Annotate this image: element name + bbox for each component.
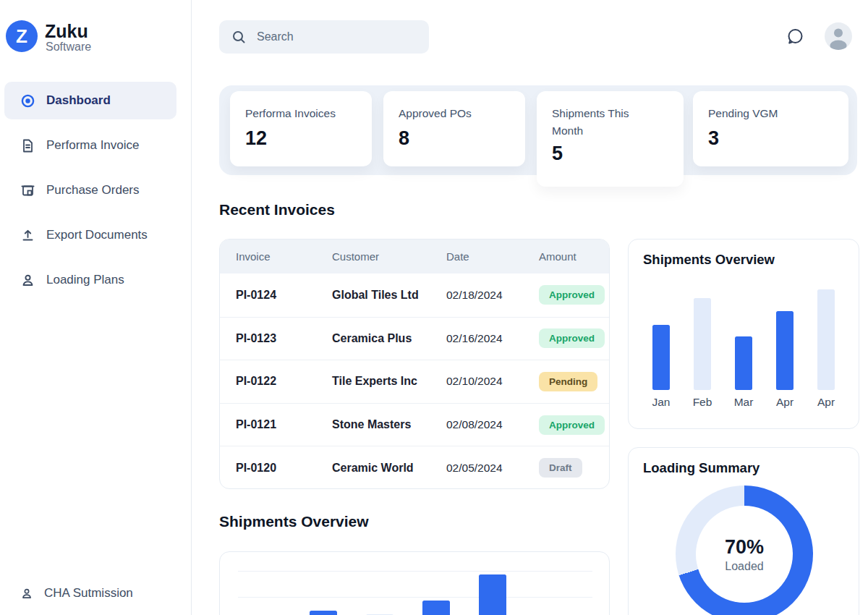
stat-value: 12 (245, 127, 372, 150)
recent-invoices-table: InvoiceCustomerDateAmount PI-0124 Global… (219, 239, 610, 489)
chat-bubble-icon (785, 27, 805, 47)
cell-amount: Approved (539, 328, 609, 348)
loading-summary-panel: Loading Summary 70% Loaded (628, 447, 859, 615)
brand-name: Zuku (45, 22, 88, 41)
shipments-overview-panel: Shipments Overview JanFebMarAprApr (628, 239, 859, 429)
sidebar-item-label: Export Documents (46, 228, 148, 242)
search-input-container[interactable] (219, 20, 429, 54)
cell-customer: Stone Masters (332, 418, 446, 431)
stat-label: Pending VGM (708, 105, 848, 122)
cell-date: 02/05/2024 (446, 462, 539, 475)
cell-amount: Pending (539, 372, 609, 391)
status-badge: Approved (539, 415, 605, 435)
sidebar-item-purchase-orders[interactable]: Purchase Orders (4, 171, 176, 209)
loading-summary-panel-title: Loading Summary (643, 460, 760, 476)
sidebar-item-label: Loading Plans (46, 273, 124, 287)
orders-icon (20, 183, 35, 198)
sidebar-item-label: Performa Invoice (46, 138, 140, 153)
bar-feb-1 (694, 298, 711, 390)
x-axis-label: Feb (684, 396, 721, 409)
cell-amount: Draft (539, 458, 609, 478)
cell-invoice: PI-0122 (236, 375, 332, 388)
donut-center: 70% Loaded (696, 506, 793, 603)
cell-customer: Ceramica Plus (332, 332, 446, 345)
sidebar-item-export-documents[interactable]: Export Documents (4, 216, 176, 254)
cell-date: 02/08/2024 (446, 418, 539, 431)
recent-invoices-title: Recent Invoices (219, 201, 335, 219)
cell-date: 02/16/2024 (446, 332, 539, 345)
cell-invoice: PI-0124 (236, 289, 332, 302)
brand-logo: Z (6, 20, 38, 52)
bar-jan-0 (310, 611, 337, 615)
bar-apr-3 (776, 311, 793, 390)
chart-gridline (238, 597, 592, 598)
table-row[interactable]: PI-0120 Ceramic World 02/05/2024 Draft (220, 446, 609, 489)
table-header-row: InvoiceCustomerDateAmount (220, 239, 609, 273)
upload-icon (20, 228, 35, 243)
shipments-section-title: Shipments Overview (219, 513, 369, 530)
stat-card-pending-vgm: Pending VGM 3 (693, 91, 848, 166)
stat-value: 8 (399, 127, 525, 150)
sidebar: Z Zuku Software Dashboard Performa Invoi… (0, 0, 192, 615)
shipments-overview-panel-title: Shipments Overview (643, 252, 775, 268)
table-row[interactable]: PI-0124 Global Tiles Ltd 02/18/2024 Appr… (220, 273, 609, 317)
cell-invoice: PI-0121 (236, 418, 332, 431)
status-badge: Pending (539, 372, 597, 391)
sidebar-item-cha-sutmission[interactable]: CHA Sutmission (4, 574, 176, 612)
status-badge: Draft (539, 458, 582, 478)
target-icon (20, 93, 35, 109)
stat-card-approved-pos: Approved POs 8 (383, 91, 525, 166)
bar-mar-2 (735, 336, 752, 390)
sidebar-item-label: Dashboard (46, 93, 111, 108)
brand-logo-letter: Z (16, 25, 27, 48)
cell-customer: Global Tiles Ltd (332, 289, 446, 302)
person-avatar-icon (825, 22, 852, 50)
sidebar-item-dashboard[interactable]: Dashboard (4, 82, 176, 119)
table-body: PI-0124 Global Tiles Ltd 02/18/2024 Appr… (220, 273, 609, 489)
status-badge: Approved (539, 328, 605, 348)
column-header-invoice: Invoice (236, 250, 332, 263)
column-header-customer: Customer (332, 250, 446, 263)
sidebar-item-loading-plans[interactable]: Loading Plans (4, 261, 176, 299)
bar-mar-2 (422, 601, 450, 615)
chart-gridline (238, 571, 592, 572)
status-badge: Approved (539, 285, 605, 305)
bar-apr-3 (479, 574, 506, 615)
notifications-chat-button[interactable] (785, 27, 805, 47)
shipments-overview-large-chart (219, 551, 610, 615)
search-icon (231, 30, 247, 45)
table-row[interactable]: PI-0121 Stone Masters 02/08/2024 Approve… (220, 403, 609, 446)
cell-invoice: PI-0123 (236, 332, 332, 345)
stat-card-performa-invoices: Performa Invoices 12 (230, 91, 372, 166)
cell-customer: Ceramic World (332, 462, 446, 475)
search-input[interactable] (255, 30, 417, 44)
table-row[interactable]: PI-0122 Tile Experts Inc 02/10/2024 Pend… (220, 360, 609, 403)
x-axis-label: Apr (807, 396, 845, 409)
person-icon (20, 586, 33, 601)
loading-donut-chart: 70% Loaded (676, 485, 813, 615)
stat-label: Shipments This Month (552, 105, 639, 140)
x-axis-label: Mar (725, 396, 762, 409)
column-header-amount: Amount (539, 250, 609, 263)
brand-subtitle: Software (46, 41, 91, 54)
cell-amount: Approved (539, 415, 609, 435)
stat-value: 3 (708, 127, 848, 150)
cell-customer: Tile Experts Inc (332, 375, 446, 388)
cell-invoice: PI-0120 (236, 462, 332, 475)
donut-percent-label: 70% (725, 536, 764, 559)
stat-label: Performa Invoices (245, 105, 372, 122)
sidebar-item-label: CHA Sutmission (44, 586, 133, 601)
cell-amount: Approved (539, 285, 609, 305)
bar-jan-0 (652, 325, 670, 390)
user-avatar[interactable] (825, 22, 852, 50)
bar-apr-4 (817, 289, 835, 390)
column-header-date: Date (446, 250, 539, 263)
sidebar-item-performa-invoice[interactable]: Performa Invoice (4, 127, 176, 164)
sidebar-item-label: Purchase Orders (46, 183, 140, 198)
stat-value: 5 (552, 143, 684, 165)
table-row[interactable]: PI-0123 Ceramica Plus 02/16/2024 Approve… (220, 317, 609, 360)
person-icon (20, 273, 35, 288)
document-icon (20, 138, 35, 153)
stat-label: Approved POs (399, 105, 525, 122)
donut-sublabel: Loaded (725, 560, 763, 573)
